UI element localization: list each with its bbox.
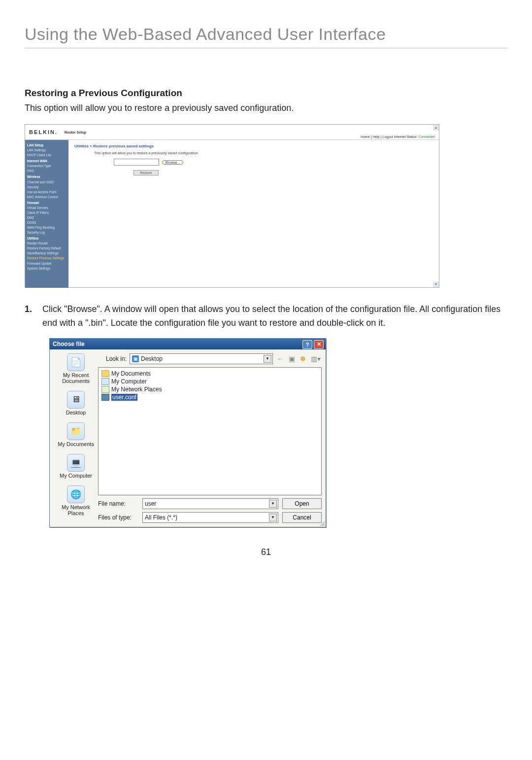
file-label: My Computer (111, 378, 147, 385)
places-item[interactable]: 🌐My Network Places (54, 485, 98, 516)
sidebar-item[interactable]: Client IP Filters (27, 210, 66, 215)
choose-file-dialog: Choose file ? ✕ 📄My Recent Documents🖥Des… (49, 338, 326, 527)
sidebar-item: Wireless (27, 174, 66, 179)
computer-icon (101, 378, 109, 385)
file-icon (101, 394, 109, 401)
page-title: Using the Web-Based Advanced User Interf… (25, 25, 507, 48)
step-text: Click "Browse". A window will open that … (42, 303, 507, 330)
folder-icon (101, 370, 109, 377)
sidebar-item[interactable]: Restart Router (27, 241, 66, 246)
router-brand: BELKIN. (29, 129, 58, 135)
open-button[interactable]: Open (282, 498, 322, 509)
sidebar-item[interactable]: System Settings (27, 266, 66, 271)
place-icon: 📁 (67, 422, 85, 440)
file-item[interactable]: My Network Places (101, 385, 318, 393)
section-heading: Restoring a Previous Configuration (25, 88, 507, 99)
place-icon: 💻 (67, 454, 85, 472)
new-folder-icon[interactable]: ✽ (299, 354, 307, 364)
sidebar-item[interactable]: Security Log (27, 230, 66, 235)
desktop-icon: ▣ (132, 355, 139, 362)
page-number: 61 (25, 547, 507, 557)
step-number: 1. (25, 303, 42, 330)
sidebar-item[interactable]: Firmware Update (27, 261, 66, 266)
sidebar-item[interactable]: DDNS (27, 220, 66, 225)
back-icon[interactable]: ← (276, 354, 285, 364)
lookin-label: Look in: (98, 355, 127, 362)
dialog-titlebar[interactable]: Choose file ? ✕ (50, 339, 326, 349)
file-label: My Documents (111, 370, 151, 377)
router-file-input[interactable] (114, 159, 159, 166)
place-label: Desktop (54, 410, 98, 415)
places-item[interactable]: 📁My Documents (54, 422, 98, 447)
sidebar-item[interactable]: WAN Ping Blocking (27, 225, 66, 230)
router-breadcrumb: Utilities > Restore previous saved setti… (74, 144, 433, 148)
router-note: This option will allow you to restore a … (94, 151, 433, 155)
filename-input[interactable]: user ▼ (142, 498, 278, 509)
browse-button[interactable]: Browse... (162, 160, 183, 165)
filename-value: user (145, 500, 156, 507)
up-folder-icon[interactable]: ▣ (288, 354, 296, 364)
sidebar-item[interactable]: Restore Previous Settings (27, 256, 66, 261)
cancel-button[interactable]: Cancel (282, 512, 322, 523)
file-label: user.conf (111, 394, 137, 401)
place-label: My Documents (54, 441, 98, 447)
places-item[interactable]: 📄My Recent Documents (54, 353, 98, 384)
internet-status: Connected (418, 135, 435, 138)
views-icon[interactable]: ▥▾ (310, 354, 322, 364)
restore-button[interactable]: Restore (133, 170, 159, 175)
step-1: 1. Click "Browse". A window will open th… (25, 303, 507, 330)
lookin-select[interactable]: ▣ Desktop ▼ (130, 353, 273, 364)
sidebar-item[interactable]: LAN Settings (27, 148, 66, 153)
sidebar-item[interactable]: DHCP Client List (27, 153, 66, 158)
place-icon: 🖥 (67, 391, 85, 409)
section-description: This option will allow you to restore a … (25, 102, 507, 114)
sidebar-item[interactable]: Channel and SSID (27, 180, 66, 185)
dialog-title-text: Choose file (53, 341, 85, 347)
router-top-links[interactable]: Home | Help | Logout Internet Status: Co… (361, 135, 435, 138)
filetype-label: Files of type: (98, 514, 138, 521)
sidebar-item: LAN Setup (27, 143, 66, 148)
file-list-pane[interactable]: My DocumentsMy ComputerMy Network Places… (98, 367, 322, 495)
place-label: My Network Places (54, 504, 98, 516)
chevron-down-icon[interactable]: ▼ (264, 355, 271, 363)
scroll-down-icon[interactable]: ▾ (433, 281, 439, 287)
sidebar-item[interactable]: Virtual Servers (27, 206, 66, 210)
sidebar-item[interactable]: Save/Backup Settings (27, 251, 66, 256)
chevron-down-icon[interactable]: ▼ (269, 500, 277, 508)
sidebar-item[interactable]: Security (27, 185, 66, 190)
router-setup-label: Router Setup (65, 131, 86, 134)
router-sidebar: LAN SetupLAN SettingsDHCP Client ListInt… (25, 140, 68, 288)
top-links-text[interactable]: Home | Help | Logout Internet Status: (361, 135, 418, 138)
sidebar-item: Internet WAN (27, 159, 66, 164)
place-label: My Computer (54, 473, 98, 479)
sidebar-item[interactable]: Use as Access Point (27, 190, 66, 195)
filename-label: File name: (98, 500, 138, 507)
places-item[interactable]: 🖥Desktop (54, 391, 98, 415)
file-item[interactable]: My Computer (101, 378, 318, 385)
file-item[interactable]: My Documents (101, 370, 318, 378)
sidebar-item: Utilities (27, 236, 66, 241)
sidebar-item: Firewall (27, 201, 66, 206)
chevron-down-icon[interactable]: ▼ (269, 514, 277, 521)
close-icon[interactable]: ✕ (314, 340, 324, 349)
router-main-pane: Utilities > Restore previous saved setti… (68, 140, 439, 288)
filetype-select[interactable]: All Files (*.*) ▼ (142, 512, 278, 523)
dialog-toolbar: ← ▣ ✽ ▥▾ (276, 354, 322, 364)
sidebar-item[interactable]: Connection Type (27, 164, 66, 169)
places-item[interactable]: 💻My Computer (54, 454, 98, 479)
resize-grip-icon[interactable] (319, 520, 325, 526)
dialog-places-bar: 📄My Recent Documents🖥Desktop📁My Document… (54, 353, 98, 523)
file-item[interactable]: user.conf (101, 393, 318, 401)
sidebar-item[interactable]: Restore Factory Default (27, 246, 66, 251)
place-icon: 🌐 (67, 485, 85, 503)
sidebar-item[interactable]: MAC Address Control (27, 195, 66, 200)
filetype-value: All Files (*.*) (145, 514, 177, 521)
sidebar-item[interactable]: DNS (27, 169, 66, 173)
help-icon[interactable]: ? (302, 340, 312, 349)
router-admin-screenshot: ▴ BELKIN. Router Setup Home | Help | Log… (25, 124, 439, 288)
sidebar-item[interactable]: DMZ (27, 215, 66, 220)
lookin-value: Desktop (141, 355, 163, 362)
file-label: My Network Places (111, 386, 162, 393)
place-icon: 📄 (67, 353, 85, 371)
place-label: My Recent Documents (54, 372, 98, 384)
